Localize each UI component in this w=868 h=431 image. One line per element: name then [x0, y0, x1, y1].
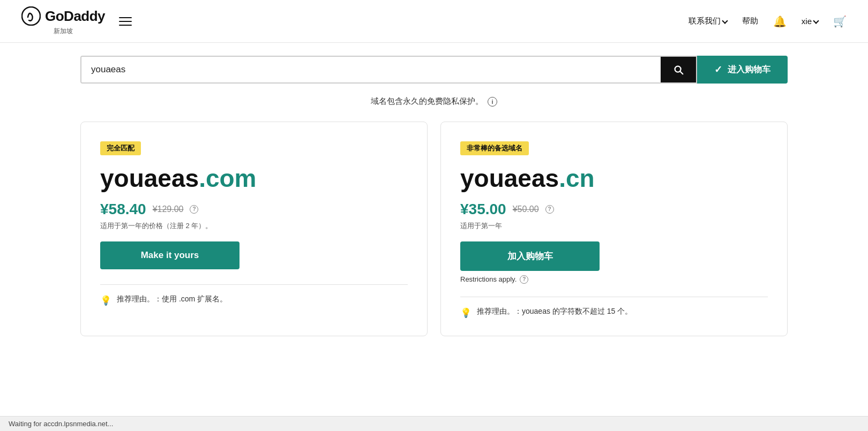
restrictions-label: Restrictions apply.: [460, 275, 517, 283]
make-it-yours-label: Make it yours: [141, 250, 199, 260]
price-original-cn: ¥50.00: [513, 205, 539, 214]
bulb-icon-cn: 💡: [460, 307, 472, 319]
recommend-text-com: 推荐理由。：使用 .com 扩展名。: [117, 294, 227, 304]
recommend-row-com: 💡 推荐理由。：使用 .com 扩展名。: [100, 294, 408, 306]
hamburger-line2: [119, 21, 132, 22]
domain-card-com: 完全匹配 youaeas.com ¥58.40 ¥129.00 ? 适用于第一年…: [80, 122, 428, 336]
price-info-icon-com[interactable]: ?: [190, 205, 198, 214]
alt-match-badge: 非常棒的备选域名: [460, 141, 529, 155]
price-current-com: ¥58.40: [100, 201, 146, 218]
cart-icon[interactable]: 🛒: [833, 15, 847, 28]
price-info-icon-cn[interactable]: ?: [545, 205, 554, 214]
recommend-text-cn: 推荐理由。：youaeas 的字符数不超过 15 个。: [477, 307, 632, 316]
contact-chevron-icon: [722, 18, 728, 24]
hamburger-line1: [119, 17, 132, 18]
domain-tld-cn: .cn: [559, 164, 594, 192]
card-divider-com: [100, 284, 408, 285]
domain-name-cn: youaeas.cn: [460, 165, 768, 192]
cart-btn-label: 进入购物车: [728, 64, 770, 75]
price-note-com: 适用于第一年的价格（注册 2 年）。: [100, 221, 408, 231]
search-button[interactable]: [661, 57, 696, 82]
price-row-com: ¥58.40 ¥129.00 ?: [100, 201, 408, 218]
recommend-row-cn: 💡 推荐理由。：youaeas 的字符数不超过 15 个。: [460, 307, 768, 319]
domain-name-com: youaeas.com: [100, 165, 408, 192]
make-it-yours-button[interactable]: Make it yours: [100, 241, 240, 269]
search-icon: [672, 64, 684, 75]
godaddy-logo-icon: [21, 6, 41, 26]
header-left: GoDaddy 新加坡: [21, 6, 136, 36]
card-divider-cn: [460, 297, 768, 297]
hamburger-line3: [119, 25, 132, 26]
price-current-cn: ¥35.00: [460, 201, 506, 218]
domain-tld-com: .com: [199, 164, 256, 192]
user-label: xie: [802, 17, 812, 26]
domain-base-com: youaeas: [100, 164, 199, 192]
search-section: ✓ 进入购物车: [59, 43, 809, 84]
logo-region: 新加坡: [21, 27, 105, 36]
add-cart-label: 加入购物车: [507, 251, 553, 261]
logo-area: GoDaddy 新加坡: [21, 6, 105, 36]
checkmark-icon: ✓: [714, 64, 722, 75]
header-right: 联系我们 帮助 🔔 xie 🛒: [689, 15, 847, 28]
notification-bell-icon[interactable]: 🔔: [773, 15, 787, 28]
logo-text: GoDaddy: [45, 8, 105, 25]
domain-base-cn: youaeas: [460, 164, 559, 192]
contact-link[interactable]: 联系我们: [689, 16, 727, 26]
price-original-com: ¥129.00: [153, 205, 184, 214]
privacy-notice: 域名包含永久的免费隐私保护。 i: [0, 84, 868, 111]
hamburger-menu[interactable]: [115, 13, 136, 30]
user-chevron-icon: [813, 18, 819, 24]
restrictions-text: Restrictions apply. ?: [460, 275, 768, 284]
price-note-cn: 适用于第一年: [460, 221, 768, 231]
bulb-icon-com: 💡: [100, 295, 111, 306]
exact-match-badge: 完全匹配: [100, 141, 141, 155]
add-to-cart-button[interactable]: 加入购物车: [460, 241, 600, 271]
header: GoDaddy 新加坡 联系我们 帮助 🔔 xie 🛒: [0, 0, 868, 43]
cards-section: 完全匹配 youaeas.com ¥58.40 ¥129.00 ? 适用于第一年…: [59, 111, 809, 347]
help-link[interactable]: 帮助: [742, 16, 758, 26]
search-wrapper: [80, 56, 697, 84]
go-to-cart-button[interactable]: ✓ 进入购物车: [697, 56, 788, 84]
price-row-cn: ¥35.00 ¥50.00 ?: [460, 201, 768, 218]
svg-point-0: [22, 7, 40, 25]
restrictions-info-icon[interactable]: ?: [520, 275, 528, 284]
privacy-notice-text: 域名包含永久的免费隐私保护。: [371, 96, 483, 107]
privacy-info-icon[interactable]: i: [488, 97, 497, 107]
help-label: 帮助: [742, 16, 758, 26]
user-menu[interactable]: xie: [802, 17, 818, 26]
logo[interactable]: GoDaddy: [21, 6, 105, 26]
search-input[interactable]: [81, 57, 661, 82]
domain-card-cn: 非常棒的备选域名 youaeas.cn ¥35.00 ¥50.00 ? 适用于第…: [440, 122, 788, 336]
contact-label: 联系我们: [689, 16, 721, 26]
